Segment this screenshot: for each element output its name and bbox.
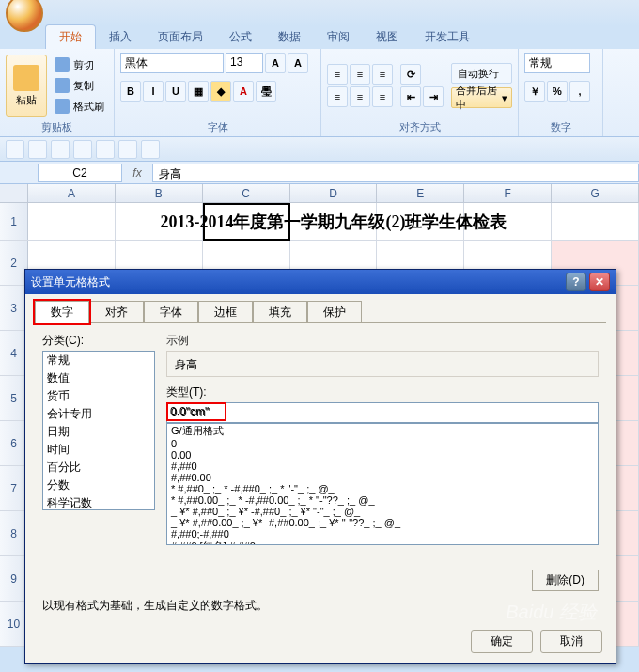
tab-dev[interactable]: 开发工具: [412, 25, 483, 49]
col-header[interactable]: G: [552, 184, 639, 202]
wrap-text-button[interactable]: 自动换行: [451, 63, 512, 84]
format-item[interactable]: 0: [167, 438, 598, 449]
ok-button[interactable]: 确定: [471, 630, 533, 653]
col-header[interactable]: D: [290, 184, 378, 202]
qat-btn6[interactable]: [118, 140, 137, 159]
align-right-button[interactable]: ≡: [372, 86, 393, 107]
col-header[interactable]: F: [464, 184, 552, 202]
format-item[interactable]: #,##0;-#,##0: [167, 528, 598, 539]
tab-data[interactable]: 数据: [265, 25, 314, 49]
format-list[interactable]: G/通用格式00.00#,##0#,##0.00* #,##0_ ;_ * -#…: [166, 423, 599, 545]
border-button[interactable]: ▦: [188, 81, 209, 102]
align-bottom-button[interactable]: ≡: [372, 64, 393, 85]
copy-label: 复制: [73, 79, 94, 93]
qat-btn7[interactable]: [141, 140, 160, 159]
cut-button[interactable]: 剪切: [51, 55, 108, 74]
shrink-font-button[interactable]: A: [288, 53, 308, 73]
merge-center-button[interactable]: 合并后居中 ▾: [451, 87, 512, 108]
dialog-tab-border[interactable]: 边框: [198, 301, 253, 323]
dialog-tab-fill[interactable]: 填充: [253, 301, 307, 323]
indent-dec-button[interactable]: ⇤: [400, 86, 421, 107]
format-item[interactable]: _ ¥* #,##0.00_ ;_ ¥* -#,##0.00_ ;_ ¥* "-…: [167, 517, 598, 528]
qat-btn4[interactable]: [73, 140, 92, 159]
bold-button[interactable]: B: [120, 81, 141, 102]
grow-font-button[interactable]: A: [265, 53, 286, 73]
tab-view[interactable]: 视图: [363, 25, 412, 49]
category-item[interactable]: 百分比: [43, 459, 154, 477]
format-item[interactable]: * #,##0.00_ ;_ * -#,##0.00_ ;_ * "-"??_ …: [167, 494, 598, 506]
qat-btn5[interactable]: [96, 140, 115, 159]
align-left-button[interactable]: ≡: [327, 86, 348, 107]
format-item[interactable]: #,##0;[红色]-#,##0: [167, 539, 598, 545]
category-item[interactable]: 时间: [43, 441, 154, 459]
orientation-button[interactable]: ⟳: [400, 64, 421, 85]
formula-input[interactable]: 身高: [152, 164, 639, 182]
underline-button[interactable]: U: [165, 81, 186, 102]
number-format-combo[interactable]: 常规: [524, 53, 590, 73]
tab-insert[interactable]: 插入: [96, 25, 145, 49]
paste-button[interactable]: 粘贴: [6, 55, 47, 117]
category-item[interactable]: 分数: [43, 477, 154, 494]
dialog-tab-align[interactable]: 对齐: [89, 301, 144, 323]
category-item[interactable]: 货币: [43, 387, 154, 405]
dialog-tab-number[interactable]: 数字: [35, 301, 89, 323]
percent-button[interactable]: %: [547, 81, 568, 102]
phonetic-button[interactable]: 璺: [256, 81, 276, 102]
font-family-combo[interactable]: 黑体: [120, 53, 224, 73]
align-center-button[interactable]: ≡: [350, 86, 370, 107]
qat-redo-button[interactable]: [51, 140, 70, 159]
delete-button[interactable]: 删除(D): [532, 570, 599, 591]
category-item[interactable]: 会计专用: [43, 405, 154, 423]
col-header[interactable]: E: [377, 184, 464, 202]
col-header[interactable]: B: [116, 184, 203, 202]
category-item[interactable]: 数值: [43, 369, 154, 387]
col-header[interactable]: A: [28, 184, 116, 202]
tab-formula[interactable]: 公式: [216, 25, 265, 49]
tab-layout[interactable]: 页面布局: [145, 25, 216, 49]
italic-button[interactable]: I: [143, 81, 164, 102]
format-item[interactable]: _ ¥* #,##0_ ;_ ¥* -#,##0_ ;_ ¥* "-"_ ;_ …: [167, 506, 598, 517]
qat-save-button[interactable]: [6, 140, 24, 159]
ribbon: 粘贴 剪切 复制 格式刷 剪贴板 黑体 13 A A B I U ▦ ◆: [0, 49, 639, 137]
font-size-combo[interactable]: 13: [226, 53, 263, 73]
merge-label: 合并后居中: [456, 84, 502, 112]
format-item[interactable]: #,##0: [167, 461, 598, 472]
dialog-tab-font[interactable]: 字体: [144, 301, 198, 323]
copy-button[interactable]: 复制: [51, 76, 108, 95]
col-header[interactable]: C: [203, 184, 290, 202]
format-item[interactable]: * #,##0_ ;_ * -#,##0_ ;_ * "-"_ ;_ @_: [167, 483, 598, 494]
cancel-button[interactable]: 取消: [540, 630, 602, 653]
name-box[interactable]: C2: [38, 164, 122, 182]
comma-button[interactable]: ,: [569, 81, 590, 102]
tab-review[interactable]: 审阅: [314, 25, 363, 49]
align-top-button[interactable]: ≡: [327, 64, 348, 85]
dialog-close-button[interactable]: ✕: [589, 273, 610, 291]
tab-home[interactable]: 开始: [45, 24, 96, 49]
format-item[interactable]: G/通用格式: [167, 424, 598, 438]
category-item[interactable]: 日期: [43, 423, 154, 441]
fx-button[interactable]: fx: [128, 164, 147, 182]
select-all-corner[interactable]: [0, 184, 28, 202]
paste-label: 粘贴: [16, 93, 37, 107]
format-cells-dialog: 设置单元格格式 ? ✕ 数字 对齐 字体 边框 填充 保护 分类(C): 常规数…: [24, 269, 616, 664]
fill-color-button[interactable]: ◆: [210, 81, 231, 102]
sample-label: 示例: [166, 333, 599, 349]
category-item[interactable]: 常规: [43, 352, 154, 369]
format-painter-button[interactable]: 格式刷: [51, 97, 108, 116]
category-item[interactable]: 科学记数: [43, 494, 154, 510]
category-list[interactable]: 常规数值货币会计专用日期时间百分比分数科学记数文本特殊自定义: [42, 351, 155, 510]
align-middle-button[interactable]: ≡: [350, 64, 370, 85]
number-group-label: 数字: [524, 118, 597, 134]
format-item[interactable]: #,##0.00: [167, 472, 598, 483]
qat-undo-button[interactable]: [28, 140, 47, 159]
dialog-tab-protect[interactable]: 保护: [307, 301, 362, 323]
paste-icon: [13, 65, 39, 91]
type-input[interactable]: [166, 402, 599, 423]
format-item[interactable]: 0.00: [167, 449, 598, 461]
dialog-help-button[interactable]: ?: [566, 273, 586, 291]
row-header[interactable]: 1: [0, 203, 28, 240]
currency-button[interactable]: ￥: [524, 81, 545, 102]
cut-icon: [55, 57, 70, 72]
indent-inc-button[interactable]: ⇥: [423, 86, 444, 107]
font-color-button[interactable]: A: [233, 81, 254, 102]
